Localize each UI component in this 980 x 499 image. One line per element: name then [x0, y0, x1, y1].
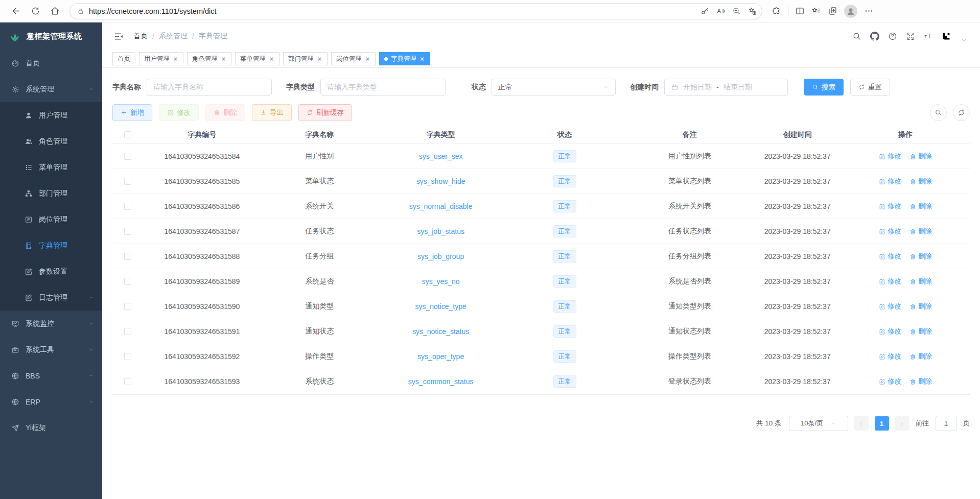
- sidebar-item-menu[interactable]: 菜单管理: [0, 154, 102, 180]
- dict-type-link[interactable]: sys_job_status: [417, 227, 464, 235]
- row-checkbox[interactable]: [124, 328, 131, 335]
- sidebar-item-monitor[interactable]: 系统监控: [0, 311, 102, 337]
- row-delete-button[interactable]: 删除: [909, 352, 932, 361]
- breadcrumb-item-0[interactable]: 首页: [133, 32, 148, 41]
- row-edit-button[interactable]: 修改: [879, 252, 901, 261]
- close-icon[interactable]: [365, 56, 370, 62]
- sidebar-item-yi[interactable]: Yi框架: [0, 415, 102, 441]
- goto-page-input[interactable]: 1: [936, 416, 957, 431]
- refresh-cache-button[interactable]: 刷新缓存: [298, 104, 352, 121]
- address-bar[interactable]: https://ccnetcore.com:1101/system/dict: [69, 3, 762, 19]
- dict-type-input[interactable]: 请输入字典类型: [320, 79, 446, 96]
- tab-dict[interactable]: 字典管理: [379, 52, 430, 65]
- row-checkbox[interactable]: [124, 303, 131, 310]
- split-screen-icon[interactable]: [795, 6, 805, 16]
- row-edit-button[interactable]: 修改: [879, 177, 901, 186]
- fullscreen-icon[interactable]: [906, 32, 915, 41]
- font-size-icon[interactable]: [924, 32, 933, 41]
- browser-back-button[interactable]: [7, 3, 25, 20]
- row-edit-button[interactable]: 修改: [879, 202, 901, 211]
- dict-type-link[interactable]: sys_job_group: [417, 252, 464, 260]
- row-checkbox[interactable]: [124, 278, 131, 285]
- reset-button[interactable]: 重置: [850, 79, 890, 96]
- sidebar-item-tools[interactable]: 系统工具: [0, 337, 102, 363]
- sidebar-item-param[interactable]: 参数设置: [0, 258, 102, 284]
- row-checkbox[interactable]: [124, 353, 131, 360]
- row-checkbox[interactable]: [124, 228, 131, 235]
- sidebar-item-dict[interactable]: 字典管理: [0, 232, 102, 258]
- dots-icon[interactable]: [864, 6, 874, 16]
- row-checkbox[interactable]: [124, 253, 131, 260]
- edit-button[interactable]: 修改: [159, 104, 199, 121]
- row-checkbox[interactable]: [124, 178, 131, 185]
- sidebar-item-role[interactable]: 角色管理: [0, 128, 102, 154]
- sidebar-item-system[interactable]: 系统管理: [0, 76, 102, 102]
- sidebar-item-home[interactable]: 首页: [0, 50, 102, 76]
- puzzle-icon[interactable]: [772, 6, 781, 16]
- page-number-1[interactable]: 1: [875, 416, 889, 431]
- sidebar-item-bbs[interactable]: BBS: [0, 363, 102, 389]
- row-edit-button[interactable]: 修改: [879, 377, 901, 386]
- read-aloud-icon[interactable]: [716, 7, 725, 15]
- row-checkbox[interactable]: [124, 153, 131, 160]
- dict-type-link[interactable]: sys_common_status: [408, 377, 474, 386]
- copy-tab-icon[interactable]: [828, 6, 837, 16]
- row-delete-button[interactable]: 删除: [909, 227, 932, 236]
- close-icon[interactable]: [173, 56, 178, 62]
- sidebar-item-dept[interactable]: 部门管理: [0, 180, 102, 206]
- row-edit-button[interactable]: 修改: [879, 302, 901, 311]
- github-icon[interactable]: [870, 32, 879, 41]
- status-select[interactable]: 正常: [492, 79, 616, 96]
- row-checkbox[interactable]: [124, 378, 131, 385]
- tab-post[interactable]: 岗位管理: [331, 52, 376, 65]
- tab-home[interactable]: 首页: [112, 52, 135, 65]
- row-delete-button[interactable]: 删除: [909, 177, 932, 186]
- browser-home-button[interactable]: [46, 3, 63, 20]
- dict-name-input[interactable]: 请输入字典名称: [147, 79, 272, 96]
- sidebar-item-log[interactable]: 日志管理: [0, 284, 102, 311]
- user-menu-caret-icon[interactable]: [960, 35, 969, 44]
- row-edit-button[interactable]: 修改: [879, 227, 901, 236]
- dict-type-link[interactable]: sys_yes_no: [422, 277, 460, 286]
- collapse-sidebar-icon[interactable]: [113, 31, 124, 42]
- tab-dept[interactable]: 部门管理: [283, 52, 328, 65]
- page-size-select[interactable]: 10条/页: [789, 416, 848, 431]
- search-icon[interactable]: [852, 32, 861, 41]
- next-page-button[interactable]: [895, 416, 909, 431]
- dict-type-link[interactable]: sys_notice_type: [415, 302, 466, 311]
- row-delete-button[interactable]: 删除: [909, 202, 932, 211]
- sidebar-item-user[interactable]: 用户管理: [0, 102, 102, 128]
- select-all-checkbox[interactable]: [124, 131, 131, 138]
- date-range-picker[interactable]: 开始日期 - 结束日期: [664, 79, 788, 96]
- star-plus-icon[interactable]: [748, 7, 757, 15]
- profile-avatar[interactable]: [844, 5, 857, 18]
- row-delete-button[interactable]: 删除: [909, 302, 932, 311]
- row-edit-button[interactable]: 修改: [879, 352, 901, 361]
- prev-page-button[interactable]: [854, 416, 869, 431]
- row-delete-button[interactable]: 删除: [909, 277, 932, 286]
- close-icon[interactable]: [419, 56, 425, 62]
- refresh-table-button[interactable]: [953, 104, 970, 121]
- row-delete-button[interactable]: 删除: [909, 152, 932, 161]
- row-delete-button[interactable]: 删除: [909, 377, 932, 386]
- row-edit-button[interactable]: 修改: [879, 152, 901, 161]
- add-button[interactable]: 新增: [112, 104, 152, 121]
- search-button[interactable]: 搜索: [804, 79, 844, 96]
- row-delete-button[interactable]: 删除: [909, 327, 932, 336]
- dict-type-link[interactable]: sys_user_sex: [419, 152, 463, 160]
- browser-reload-button[interactable]: [27, 3, 44, 20]
- tab-menu[interactable]: 菜单管理: [235, 52, 279, 65]
- row-delete-button[interactable]: 删除: [909, 252, 932, 261]
- close-icon[interactable]: [317, 56, 322, 62]
- row-edit-button[interactable]: 修改: [879, 327, 901, 336]
- dict-type-link[interactable]: sys_show_hide: [416, 177, 465, 185]
- sidebar-item-post[interactable]: 岗位管理: [0, 206, 102, 232]
- user-logo-avatar[interactable]: [942, 32, 951, 41]
- close-icon[interactable]: [269, 56, 274, 62]
- bing-chat-icon[interactable]: [881, 6, 891, 16]
- question-icon[interactable]: [888, 32, 897, 41]
- url-text[interactable]: https://ccnetcore.com:1101/system/dict: [89, 7, 701, 15]
- collections-icon[interactable]: [811, 6, 821, 16]
- close-icon[interactable]: [221, 56, 226, 62]
- export-button[interactable]: 导出: [252, 104, 292, 121]
